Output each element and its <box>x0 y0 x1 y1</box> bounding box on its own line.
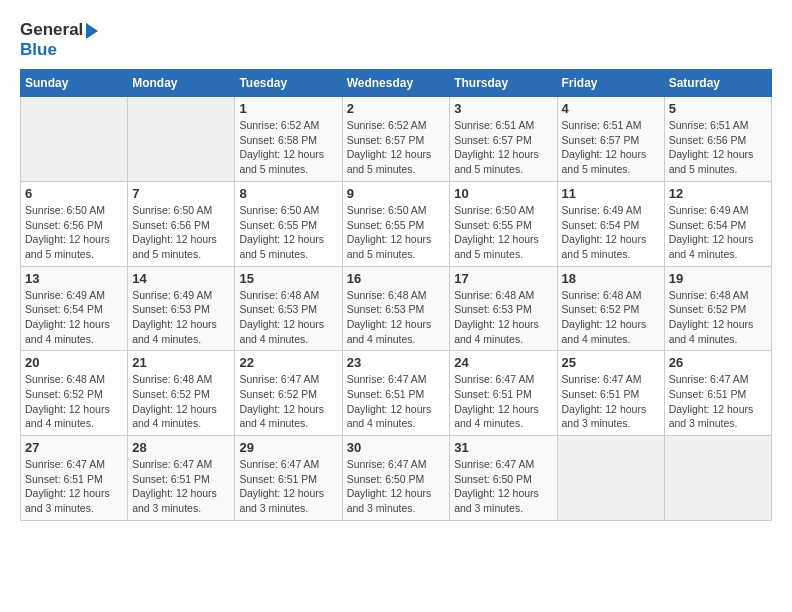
logo: General Blue <box>20 20 98 59</box>
calendar-cell: 21Sunrise: 6:48 AM Sunset: 6:52 PM Dayli… <box>128 351 235 436</box>
header-sunday: Sunday <box>21 70 128 97</box>
day-info: Sunrise: 6:47 AM Sunset: 6:51 PM Dayligh… <box>239 457 337 516</box>
calendar-week-4: 20Sunrise: 6:48 AM Sunset: 6:52 PM Dayli… <box>21 351 772 436</box>
day-info: Sunrise: 6:47 AM Sunset: 6:51 PM Dayligh… <box>669 372 767 431</box>
day-info: Sunrise: 6:47 AM Sunset: 6:51 PM Dayligh… <box>562 372 660 431</box>
header-saturday: Saturday <box>664 70 771 97</box>
day-number: 21 <box>132 355 230 370</box>
day-number: 22 <box>239 355 337 370</box>
calendar-cell: 16Sunrise: 6:48 AM Sunset: 6:53 PM Dayli… <box>342 266 450 351</box>
day-number: 14 <box>132 271 230 286</box>
calendar-cell: 19Sunrise: 6:48 AM Sunset: 6:52 PM Dayli… <box>664 266 771 351</box>
calendar-cell: 23Sunrise: 6:47 AM Sunset: 6:51 PM Dayli… <box>342 351 450 436</box>
calendar-cell: 1Sunrise: 6:52 AM Sunset: 6:58 PM Daylig… <box>235 97 342 182</box>
day-number: 30 <box>347 440 446 455</box>
calendar-cell: 11Sunrise: 6:49 AM Sunset: 6:54 PM Dayli… <box>557 181 664 266</box>
day-info: Sunrise: 6:47 AM Sunset: 6:51 PM Dayligh… <box>132 457 230 516</box>
calendar-cell: 4Sunrise: 6:51 AM Sunset: 6:57 PM Daylig… <box>557 97 664 182</box>
day-number: 10 <box>454 186 552 201</box>
day-info: Sunrise: 6:47 AM Sunset: 6:50 PM Dayligh… <box>454 457 552 516</box>
day-info: Sunrise: 6:48 AM Sunset: 6:53 PM Dayligh… <box>347 288 446 347</box>
day-number: 29 <box>239 440 337 455</box>
day-number: 18 <box>562 271 660 286</box>
day-info: Sunrise: 6:49 AM Sunset: 6:54 PM Dayligh… <box>562 203 660 262</box>
day-info: Sunrise: 6:49 AM Sunset: 6:54 PM Dayligh… <box>25 288 123 347</box>
calendar-cell: 18Sunrise: 6:48 AM Sunset: 6:52 PM Dayli… <box>557 266 664 351</box>
day-number: 31 <box>454 440 552 455</box>
day-number: 24 <box>454 355 552 370</box>
day-number: 4 <box>562 101 660 116</box>
page-header: General Blue <box>20 20 772 59</box>
header-tuesday: Tuesday <box>235 70 342 97</box>
day-info: Sunrise: 6:50 AM Sunset: 6:56 PM Dayligh… <box>25 203 123 262</box>
day-info: Sunrise: 6:47 AM Sunset: 6:51 PM Dayligh… <box>25 457 123 516</box>
day-number: 13 <box>25 271 123 286</box>
day-info: Sunrise: 6:47 AM Sunset: 6:50 PM Dayligh… <box>347 457 446 516</box>
day-info: Sunrise: 6:49 AM Sunset: 6:53 PM Dayligh… <box>132 288 230 347</box>
day-number: 9 <box>347 186 446 201</box>
calendar-week-1: 1Sunrise: 6:52 AM Sunset: 6:58 PM Daylig… <box>21 97 772 182</box>
day-info: Sunrise: 6:50 AM Sunset: 6:55 PM Dayligh… <box>454 203 552 262</box>
day-info: Sunrise: 6:51 AM Sunset: 6:57 PM Dayligh… <box>562 118 660 177</box>
calendar-cell: 2Sunrise: 6:52 AM Sunset: 6:57 PM Daylig… <box>342 97 450 182</box>
calendar-header-row: SundayMondayTuesdayWednesdayThursdayFrid… <box>21 70 772 97</box>
day-number: 3 <box>454 101 552 116</box>
calendar-cell: 17Sunrise: 6:48 AM Sunset: 6:53 PM Dayli… <box>450 266 557 351</box>
calendar-cell <box>128 97 235 182</box>
day-number: 28 <box>132 440 230 455</box>
calendar-cell: 26Sunrise: 6:47 AM Sunset: 6:51 PM Dayli… <box>664 351 771 436</box>
calendar-cell: 7Sunrise: 6:50 AM Sunset: 6:56 PM Daylig… <box>128 181 235 266</box>
day-info: Sunrise: 6:48 AM Sunset: 6:52 PM Dayligh… <box>25 372 123 431</box>
day-info: Sunrise: 6:48 AM Sunset: 6:52 PM Dayligh… <box>562 288 660 347</box>
calendar-cell: 6Sunrise: 6:50 AM Sunset: 6:56 PM Daylig… <box>21 181 128 266</box>
calendar-cell: 27Sunrise: 6:47 AM Sunset: 6:51 PM Dayli… <box>21 436 128 521</box>
calendar-cell: 3Sunrise: 6:51 AM Sunset: 6:57 PM Daylig… <box>450 97 557 182</box>
header-monday: Monday <box>128 70 235 97</box>
calendar-cell: 25Sunrise: 6:47 AM Sunset: 6:51 PM Dayli… <box>557 351 664 436</box>
day-info: Sunrise: 6:48 AM Sunset: 6:53 PM Dayligh… <box>239 288 337 347</box>
day-number: 19 <box>669 271 767 286</box>
day-info: Sunrise: 6:49 AM Sunset: 6:54 PM Dayligh… <box>669 203 767 262</box>
day-info: Sunrise: 6:51 AM Sunset: 6:57 PM Dayligh… <box>454 118 552 177</box>
day-info: Sunrise: 6:48 AM Sunset: 6:53 PM Dayligh… <box>454 288 552 347</box>
day-number: 16 <box>347 271 446 286</box>
calendar-cell: 30Sunrise: 6:47 AM Sunset: 6:50 PM Dayli… <box>342 436 450 521</box>
day-number: 25 <box>562 355 660 370</box>
calendar-cell: 28Sunrise: 6:47 AM Sunset: 6:51 PM Dayli… <box>128 436 235 521</box>
logo-block: General Blue <box>20 20 98 59</box>
day-info: Sunrise: 6:47 AM Sunset: 6:51 PM Dayligh… <box>347 372 446 431</box>
day-number: 5 <box>669 101 767 116</box>
header-friday: Friday <box>557 70 664 97</box>
calendar-week-5: 27Sunrise: 6:47 AM Sunset: 6:51 PM Dayli… <box>21 436 772 521</box>
day-number: 23 <box>347 355 446 370</box>
day-info: Sunrise: 6:48 AM Sunset: 6:52 PM Dayligh… <box>669 288 767 347</box>
day-info: Sunrise: 6:47 AM Sunset: 6:52 PM Dayligh… <box>239 372 337 431</box>
calendar-cell: 20Sunrise: 6:48 AM Sunset: 6:52 PM Dayli… <box>21 351 128 436</box>
logo-text-block: General Blue <box>20 20 98 59</box>
calendar-cell: 24Sunrise: 6:47 AM Sunset: 6:51 PM Dayli… <box>450 351 557 436</box>
day-number: 2 <box>347 101 446 116</box>
day-number: 27 <box>25 440 123 455</box>
day-info: Sunrise: 6:47 AM Sunset: 6:51 PM Dayligh… <box>454 372 552 431</box>
day-number: 6 <box>25 186 123 201</box>
calendar-cell: 14Sunrise: 6:49 AM Sunset: 6:53 PM Dayli… <box>128 266 235 351</box>
day-number: 26 <box>669 355 767 370</box>
day-number: 1 <box>239 101 337 116</box>
calendar-cell <box>664 436 771 521</box>
calendar-cell: 13Sunrise: 6:49 AM Sunset: 6:54 PM Dayli… <box>21 266 128 351</box>
calendar-cell: 15Sunrise: 6:48 AM Sunset: 6:53 PM Dayli… <box>235 266 342 351</box>
day-number: 17 <box>454 271 552 286</box>
calendar-cell: 29Sunrise: 6:47 AM Sunset: 6:51 PM Dayli… <box>235 436 342 521</box>
calendar-cell: 10Sunrise: 6:50 AM Sunset: 6:55 PM Dayli… <box>450 181 557 266</box>
day-number: 15 <box>239 271 337 286</box>
day-info: Sunrise: 6:52 AM Sunset: 6:57 PM Dayligh… <box>347 118 446 177</box>
calendar-cell: 12Sunrise: 6:49 AM Sunset: 6:54 PM Dayli… <box>664 181 771 266</box>
day-info: Sunrise: 6:50 AM Sunset: 6:55 PM Dayligh… <box>239 203 337 262</box>
header-thursday: Thursday <box>450 70 557 97</box>
logo-blue: Blue <box>20 40 98 60</box>
day-number: 11 <box>562 186 660 201</box>
calendar-cell: 31Sunrise: 6:47 AM Sunset: 6:50 PM Dayli… <box>450 436 557 521</box>
header-wednesday: Wednesday <box>342 70 450 97</box>
calendar-cell <box>557 436 664 521</box>
day-number: 7 <box>132 186 230 201</box>
